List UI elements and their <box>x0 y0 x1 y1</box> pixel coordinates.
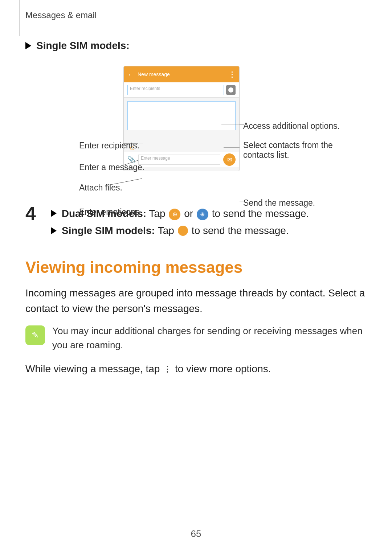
sim2-icon: ⊕ <box>197 209 208 220</box>
dual-sim-or: or <box>184 208 193 219</box>
triangle-icon <box>25 42 31 49</box>
annotation-enter-recipients: Enter recipients. <box>79 139 139 151</box>
send-message-text: Send the message. <box>243 198 315 208</box>
recipients-row: Enter recipients <box>124 82 239 98</box>
enter-message-text: Enter a message. <box>79 163 144 172</box>
annotation-send-message: Send the message. <box>243 197 315 208</box>
pencil-icon: ✎ <box>32 330 39 340</box>
note-text: You may incur additional charges for sen… <box>52 324 367 352</box>
menu-icon: ⋮ <box>228 70 236 79</box>
annotation-select-contacts: Select contacts from the contacts list. <box>243 140 333 160</box>
page-left-border <box>19 0 20 36</box>
single-sim-line: Single SIM models: Tap to send the messa… <box>51 225 367 237</box>
send-button[interactable]: ✉ <box>223 153 236 166</box>
viewing-body-text: Incoming messages are grouped into messa… <box>25 285 367 317</box>
tap-options-prefix: While viewing a message, tap <box>25 363 160 374</box>
step-4-section: 4 Dual SIM models: Tap ⊕ or ⊕ to send th… <box>25 204 367 251</box>
note-icon: ✎ <box>25 325 45 345</box>
send-icon: ✉ <box>227 156 232 163</box>
sim1-icon: ⊕ <box>169 209 180 220</box>
attach-files-text: Attach files. <box>79 183 122 192</box>
send-icon-inline <box>178 226 188 236</box>
triangle-icon-single <box>51 227 57 234</box>
line-access-options <box>240 124 244 124</box>
dual-sim-tap: Tap <box>149 208 168 219</box>
step-number: 4 <box>25 204 44 223</box>
annotation-access-options: Access additional options. <box>243 120 340 131</box>
single-sim-heading: Single SIM models: <box>25 40 367 52</box>
tap-options-suffix: to view more options. <box>175 363 271 374</box>
single-sim-end: to send the message. <box>192 225 289 237</box>
enter-emoticons-text: Enter emoticons. <box>79 207 142 217</box>
line-enter-recipients <box>139 144 143 144</box>
phone-mockup: ← New message ⋮ Enter recipients 📎 Enter… <box>123 66 240 171</box>
dual-sim-end: to send the message. <box>212 208 309 219</box>
tap-options-text: While viewing a message, tap ⋮ to view m… <box>25 361 367 377</box>
diagram-area: ← New message ⋮ Enter recipients 📎 Enter… <box>25 62 367 186</box>
triangle-icon-dual <box>51 210 57 217</box>
line-send-message <box>240 201 244 201</box>
select-contacts-text-2: contacts list. <box>243 150 333 160</box>
breadcrumb: Messages & email <box>25 10 97 20</box>
annotation-attach-files: Attach files. <box>79 181 122 193</box>
line-select-contacts <box>240 145 244 145</box>
back-arrow-icon: ← <box>127 70 135 79</box>
phone-header: ← New message ⋮ <box>124 66 239 82</box>
header-title: New message <box>138 71 225 77</box>
more-options-icon: ⋮ <box>163 363 171 376</box>
page-number: 65 <box>191 528 201 539</box>
annotation-enter-emoticons: Enter emoticons. <box>79 206 142 217</box>
message-area <box>127 101 236 130</box>
single-sim-tap: Tap <box>158 225 174 237</box>
access-options-text: Access additional options. <box>243 121 340 131</box>
note-box: ✎ You may incur additional charges for s… <box>25 324 367 352</box>
select-contacts-text-1: Select contacts from the <box>243 140 333 150</box>
message-input: Enter message <box>138 155 220 165</box>
enter-recipients-text: Enter recipients. <box>79 141 139 150</box>
single-sim-label: Single SIM models: <box>36 40 130 52</box>
viewing-section-title: Viewing incoming messages <box>25 258 367 276</box>
contact-icon <box>226 85 236 95</box>
annotation-enter-message: Enter a message. <box>79 161 144 173</box>
contact-icon-inner <box>228 87 233 93</box>
single-sim-step-label: Single SIM models: <box>62 225 155 237</box>
recipients-input: Enter recipients <box>127 85 224 95</box>
